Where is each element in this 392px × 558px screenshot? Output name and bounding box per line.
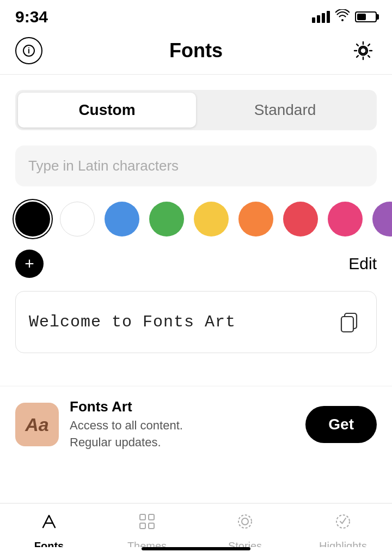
font-preview-text: Welcome to Fonts Art	[29, 313, 236, 331]
edit-button[interactable]: Edit	[348, 254, 377, 273]
copy-button[interactable]	[335, 308, 363, 336]
tab-fonts-label: Fonts	[34, 540, 64, 553]
color-swatches	[15, 202, 377, 236]
info-icon: i	[23, 45, 35, 57]
svg-text:i: i	[28, 46, 30, 55]
main-content: Custom Standard + Edit Welcome to Fonts …	[0, 75, 392, 353]
svg-rect-9	[149, 523, 154, 529]
ad-title: Fonts Art	[70, 398, 183, 415]
color-swatch-green[interactable]	[149, 202, 184, 236]
tab-themes-label: Themes	[127, 540, 167, 553]
segment-standard[interactable]: Standard	[196, 93, 374, 128]
copy-icon	[337, 310, 361, 334]
tab-highlights[interactable]: Highlights	[294, 511, 392, 553]
themes-tab-icon	[137, 511, 157, 537]
tab-stories-label: Stories	[228, 540, 262, 553]
get-button[interactable]: Get	[305, 406, 377, 443]
stories-tab-icon	[235, 511, 255, 537]
ad-app-icon: Aa	[15, 403, 59, 446]
ad-text-block: Fonts Art Access to all content.Regular …	[70, 398, 183, 451]
svg-point-2	[360, 48, 366, 54]
svg-rect-7	[149, 514, 154, 520]
tab-highlights-label: Highlights	[319, 540, 367, 553]
header: i Fonts	[0, 32, 392, 75]
add-color-button[interactable]: +	[15, 250, 44, 278]
svg-point-10	[238, 515, 252, 528]
page-title: Fonts	[169, 39, 223, 62]
svg-point-11	[242, 518, 248, 525]
tab-fonts[interactable]: Fonts	[0, 511, 98, 553]
battery-icon	[355, 11, 377, 22]
status-time: 9:34	[15, 8, 48, 26]
info-button[interactable]: i	[15, 37, 42, 64]
tab-bar: Fonts Themes Stories	[0, 503, 392, 558]
status-bar: 9:34	[0, 0, 392, 32]
search-container	[15, 145, 377, 186]
signal-bars-icon	[312, 11, 330, 23]
add-edit-row: + Edit	[15, 250, 377, 278]
fonts-tab-icon	[39, 511, 59, 537]
svg-rect-8	[140, 523, 145, 529]
color-swatch-orange[interactable]	[238, 202, 273, 236]
color-swatch-purple[interactable]	[372, 202, 392, 236]
wifi-icon	[335, 9, 350, 25]
ad-subtitle: Access to all content.Regular updates.	[70, 417, 183, 451]
color-swatch-white[interactable]	[60, 202, 95, 236]
status-icons	[312, 9, 377, 25]
color-swatch-blue[interactable]	[105, 202, 139, 236]
settings-button[interactable]	[350, 37, 377, 64]
ad-banner: Aa Fonts Art Access to all content.Regul…	[0, 386, 392, 463]
ad-left: Aa Fonts Art Access to all content.Regul…	[15, 398, 183, 451]
highlights-tab-icon	[333, 511, 353, 537]
color-swatch-pink[interactable]	[328, 202, 363, 236]
svg-rect-6	[140, 514, 145, 520]
segment-custom[interactable]: Custom	[18, 93, 196, 128]
color-swatch-yellow[interactable]	[194, 202, 229, 236]
tab-themes[interactable]: Themes	[98, 511, 196, 553]
font-preview-card: Welcome to Fonts Art	[15, 291, 377, 353]
search-input[interactable]	[15, 145, 377, 186]
gear-icon	[351, 39, 375, 63]
tab-stories[interactable]: Stories	[196, 511, 294, 553]
segment-control: Custom Standard	[15, 90, 377, 130]
svg-rect-5	[341, 317, 353, 332]
color-swatch-black[interactable]	[15, 202, 50, 236]
color-swatch-red[interactable]	[283, 202, 318, 236]
